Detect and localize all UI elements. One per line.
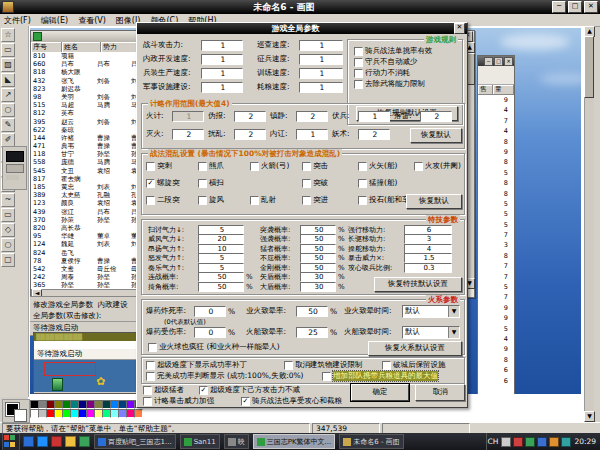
checkbox-box[interactable]	[146, 162, 155, 171]
canvas-scroll-down-icon[interactable]: ▼	[584, 411, 595, 422]
field-mid0-input[interactable]: 1	[299, 40, 343, 51]
stats-column-header[interactable]: 量	[493, 85, 514, 94]
checkbox-box[interactable]	[414, 162, 423, 171]
tactic-checkbox[interactable]: 投石(船和车)	[358, 195, 412, 205]
field-mid2-input[interactable]: 1	[299, 68, 343, 79]
patch-checkbox[interactable]: 完美成功率判断显示 (成功:100%,失败:0%)	[146, 371, 304, 381]
checkbox-box[interactable]	[143, 397, 152, 406]
tray-icon[interactable]	[525, 437, 535, 447]
patch-checkbox[interactable]: 取消建筑物建设限制	[284, 360, 363, 370]
tactic-checkbox[interactable]: 突刺	[146, 161, 172, 171]
range-r2-1-input[interactable]: 2	[234, 129, 266, 140]
ok-button[interactable]: 确定	[351, 384, 409, 401]
quick-launch-icon[interactable]	[51, 436, 62, 447]
menu-item[interactable]: 编辑(E)	[41, 15, 68, 26]
close-button[interactable]: ✕	[584, 1, 598, 13]
minimize-button[interactable]: ─	[552, 1, 566, 13]
explosive-kill-input[interactable]: 0	[194, 306, 226, 317]
curve-tool-icon[interactable]: ~	[1, 193, 15, 207]
patch-checkbox[interactable]: 破城后保留设施	[382, 360, 446, 370]
range-r1-0-input[interactable]: 1	[172, 111, 204, 122]
tray-icon[interactable]	[537, 437, 547, 447]
chevron-down-icon[interactable]: ▼	[448, 327, 459, 338]
reset-perks-button[interactable]: 恢复特技默认设置	[374, 277, 462, 292]
line-width-option-selected[interactable]	[6, 151, 24, 162]
taskbar-button[interactable]: San11	[180, 434, 220, 449]
checkbox-box[interactable]	[354, 58, 363, 67]
tactic-checkbox[interactable]: 二段突	[146, 195, 180, 205]
field-left1-input[interactable]: 1	[201, 54, 243, 65]
checkbox-box[interactable]	[143, 386, 152, 395]
tray-icon[interactable]	[513, 437, 523, 447]
perk-c2-0-input[interactable]: 50	[300, 225, 336, 235]
start-button[interactable]	[2, 433, 20, 450]
hellfire-ball-checkbox[interactable]: 业火球也疯狂 (和业火种一样能晕人)	[148, 342, 280, 352]
menu-item[interactable]: 文件(F)	[4, 15, 31, 26]
perk-c1-1-input[interactable]: 20	[198, 234, 244, 244]
taskbar-button[interactable]: 百度贴吧_三国志1...	[94, 434, 176, 449]
checkbox-box[interactable]	[358, 162, 367, 171]
checkbox-box[interactable]	[250, 162, 259, 171]
perk-c3-2-input[interactable]: 4	[404, 244, 452, 254]
table-column-header[interactable]: 姓名	[62, 42, 101, 52]
range-r1-2-input[interactable]: 2	[296, 111, 328, 122]
language-indicator[interactable]: CH	[487, 437, 498, 446]
stats-minimize-icon[interactable]: ─	[484, 57, 493, 66]
tactic-checkbox[interactable]: 突破	[302, 178, 328, 188]
checkbox-box[interactable]	[322, 372, 331, 381]
tray-icon[interactable]	[549, 437, 559, 447]
stats-column-header[interactable]: 售	[478, 85, 493, 94]
explosive-hurt-input[interactable]: 0	[194, 327, 226, 338]
bottom-checkbox[interactable]: 超级猛者	[143, 385, 184, 395]
range-r2-0-input[interactable]: 2	[172, 129, 204, 140]
tactic-checkbox[interactable]: 猛撞(船)	[358, 178, 397, 188]
range-r1-4-input[interactable]: 2	[420, 111, 452, 122]
rule-checkbox[interactable]: 行动力不消耗	[354, 68, 410, 78]
tactic-checkbox[interactable]: 突进	[302, 195, 328, 205]
tray-icon[interactable]	[561, 437, 571, 447]
quick-launch-icon[interactable]	[65, 436, 76, 447]
quick-launch-icon[interactable]	[79, 436, 90, 447]
perk-c1-3-input[interactable]: 5	[198, 253, 244, 263]
perk-c3-1-input[interactable]: 3	[404, 234, 452, 244]
rectangle-tool-icon[interactable]: ▭	[1, 208, 15, 222]
fill-tool-icon[interactable]: ◣	[1, 73, 15, 87]
rule-checkbox[interactable]: 骑兵战法单挑率有效	[354, 46, 433, 56]
patch-checkbox[interactable]: 超级难度下显示成功率补丁	[146, 360, 247, 370]
checkbox-box[interactable]	[354, 69, 363, 78]
checkbox-box[interactable]	[250, 196, 259, 205]
polygon-tool-icon[interactable]: ◇	[1, 223, 15, 237]
tactic-checkbox[interactable]: 旋风	[198, 195, 224, 205]
fireship-stun-input[interactable]: 25	[296, 327, 328, 338]
range-r1-1-input[interactable]: 2	[234, 111, 266, 122]
canvas-vertical-scrollbar[interactable]: ▲ ▼	[584, 26, 594, 422]
reset-range-button[interactable]: 恢复默认	[410, 128, 462, 143]
checkbox-box[interactable]	[148, 343, 157, 352]
perk-c1-2-input[interactable]: 10	[198, 244, 244, 254]
checkbox-box[interactable]	[358, 196, 367, 205]
field-left0-input[interactable]: 1	[201, 40, 243, 51]
stats-close-icon[interactable]: ✕	[504, 57, 513, 66]
flower-icon[interactable]: ✿	[96, 376, 105, 388]
tactic-checkbox[interactable]: 火攻(井阑)	[414, 161, 461, 171]
green-app-icon[interactable]	[52, 378, 63, 391]
field-left3-input[interactable]: 1	[201, 82, 243, 93]
perk-c1-4-input[interactable]: 5	[198, 263, 244, 273]
field-left2-input[interactable]: 1	[201, 68, 243, 79]
canvas-scroll-thumb[interactable]	[584, 36, 594, 98]
pencil-tool-icon[interactable]: ✎	[1, 118, 15, 132]
perk-c2-4-input[interactable]: 50	[300, 263, 336, 273]
field-mid1-input[interactable]: 1	[299, 54, 343, 65]
tactic-checkbox[interactable]: 火矢(船)	[358, 161, 397, 171]
checkbox-box[interactable]	[284, 361, 293, 370]
tray-icon[interactable]	[501, 437, 511, 447]
line-width-option[interactable]	[6, 175, 19, 180]
reset-fire-button[interactable]: 恢复火系默认设置	[368, 341, 462, 356]
dialog-close-icon[interactable]: ✕	[454, 23, 465, 34]
checkbox-box[interactable]	[198, 162, 207, 171]
perk-c2-3-input[interactable]: 50	[300, 253, 336, 263]
perk-c3-0-input[interactable]: 6	[404, 225, 452, 235]
checkbox-box[interactable]	[354, 80, 363, 89]
chevron-down-icon[interactable]: ▼	[448, 306, 459, 317]
cancel-button[interactable]: 取消	[415, 384, 465, 401]
